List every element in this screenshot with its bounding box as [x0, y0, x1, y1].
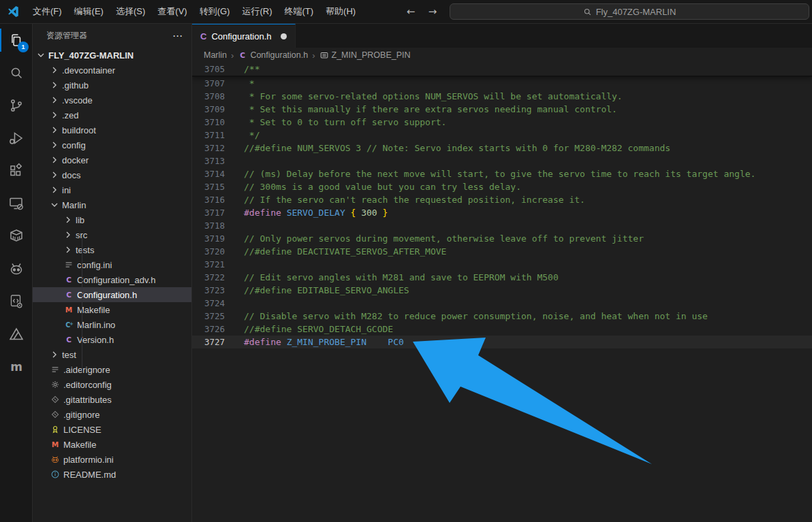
- tree-item-label: .github: [62, 80, 89, 91]
- code-line-3716[interactable]: 3716// If the servo can't reach the requ…: [192, 193, 812, 206]
- title-bar: 文件(F)编辑(E)选择(S)查看(V)转到(G)运行(R)终端(T)帮助(H)…: [0, 0, 812, 24]
- code-line-3727[interactable]: 3727#define Z_MIN_PROBE_PIN PC0: [192, 336, 812, 348]
- code-line-3724[interactable]: 3724: [192, 297, 812, 310]
- tree-item-makefile[interactable]: MMakefile: [33, 302, 191, 317]
- line-content: // Disable servo with M282 to reduce pow…: [225, 310, 708, 323]
- tree-item-.gitignore[interactable]: .gitignore: [33, 407, 191, 422]
- back-button[interactable]: ←: [403, 5, 418, 18]
- command-center-search[interactable]: Fly_407ZG-MARLIN: [450, 3, 809, 20]
- activity-item-platformio[interactable]: [0, 252, 32, 285]
- menu-item[interactable]: 编辑(E): [68, 3, 110, 20]
- code-editor[interactable]: 3705/** 3707 *3708 * For some servo-rela…: [192, 63, 812, 522]
- tree-item-makefile[interactable]: MMakefile: [33, 437, 191, 452]
- menu-item[interactable]: 文件(F): [27, 3, 68, 20]
- svg-text:+: +: [69, 321, 74, 327]
- activity-item-extensions[interactable]: [0, 154, 32, 187]
- activity-item-remote-explorer[interactable]: [0, 187, 32, 220]
- code-line-3710[interactable]: 3710 * Set to 0 to turn off servo suppor…: [192, 116, 812, 129]
- tree-item-tests[interactable]: tests: [33, 242, 191, 257]
- tree-item-label: Marlin.ino: [77, 320, 115, 330]
- tree-item-.devcontainer[interactable]: .devcontainer: [33, 63, 191, 78]
- tree-item-config[interactable]: config: [33, 137, 191, 152]
- activity-item-source-control[interactable]: [0, 89, 32, 122]
- tree-item-docker[interactable]: docker: [33, 152, 191, 167]
- tab-configuration-h[interactable]: C Configuration.h: [192, 24, 296, 48]
- code-line-3722[interactable]: 3722// Edit servo angles with M281 and s…: [192, 271, 812, 284]
- tree-item-readme.md[interactable]: README.md: [33, 467, 191, 482]
- menu-item[interactable]: 转到(G): [193, 3, 236, 20]
- code-line-3720[interactable]: 3720//#define DEACTIVATE_SERVOS_AFTER_MO…: [192, 245, 812, 258]
- tree-item-config.ini[interactable]: config.ini: [33, 257, 191, 272]
- vscode-window: 文件(F)编辑(E)选择(S)查看(V)转到(G)运行(R)终端(T)帮助(H)…: [0, 0, 812, 522]
- breadcrumb-item[interactable]: Z_MIN_PROBE_PIN: [319, 50, 411, 60]
- tree-item-test[interactable]: test: [33, 347, 191, 362]
- code-line-3726[interactable]: 3726//#define SERVO_DETACH_GCODE: [192, 323, 812, 336]
- code-line-3725[interactable]: 3725// Disable servo with M282 to reduce…: [192, 310, 812, 323]
- code-line-3705[interactable]: 3705/**: [192, 63, 812, 76]
- code-line-3709[interactable]: 3709 * Set this manually if there are ex…: [192, 103, 812, 116]
- code-line-3718[interactable]: 3718: [192, 219, 812, 232]
- tree-item-.github[interactable]: .github: [33, 78, 191, 93]
- code-line-3712[interactable]: 3712//#define NUM_SERVOS 3 // Note: Serv…: [192, 142, 812, 154]
- tree-item-.editorconfig[interactable]: .editorconfig: [33, 377, 191, 392]
- activity-item-aider[interactable]: [0, 318, 32, 350]
- line-number: 3720: [192, 245, 225, 258]
- code-line-3711[interactable]: 3711 */: [192, 129, 812, 142]
- code-line-3708[interactable]: 3708 * For some servo-related options NU…: [192, 90, 812, 103]
- makefile-icon: M: [49, 439, 61, 450]
- line-number: 3707: [192, 77, 225, 90]
- menu-item[interactable]: 查看(V): [151, 3, 193, 20]
- modified-indicator-icon[interactable]: [281, 33, 287, 39]
- code-line-3707[interactable]: 3707 *: [192, 77, 812, 90]
- tree-item-ini[interactable]: ini: [33, 182, 191, 197]
- line-content: // 300ms is a good value but you can try…: [225, 180, 521, 193]
- tree-item-version.h[interactable]: CVersion.h: [33, 332, 191, 347]
- code-line-3723[interactable]: 3723//#define EDITABLE_SERVO_ANGLES: [192, 284, 812, 297]
- breadcrumb-item[interactable]: Marlin: [204, 50, 227, 60]
- breadcrumb-item[interactable]: CConfiguration.h: [238, 50, 308, 60]
- code-line-3713[interactable]: 3713: [192, 154, 812, 167]
- menu-item[interactable]: 选择(S): [110, 3, 151, 20]
- menu-item[interactable]: 终端(T): [278, 3, 319, 20]
- code-line-3714[interactable]: 3714// (ms) Delay before the next move w…: [192, 167, 812, 180]
- code-line-3721[interactable]: 3721: [192, 258, 812, 271]
- tree-item-.vscode[interactable]: .vscode: [33, 93, 191, 108]
- license-icon: [49, 424, 61, 435]
- tree-item-license[interactable]: LICENSE: [33, 422, 191, 437]
- forward-button[interactable]: →: [425, 5, 440, 18]
- symbol-icon: [319, 50, 329, 60]
- tree-item-marlin.ino[interactable]: C+Marlin.ino: [33, 317, 191, 332]
- tree-item-.gitattributes[interactable]: .gitattributes: [33, 392, 191, 407]
- tree-item-docs[interactable]: docs: [33, 167, 191, 182]
- tree-item-.aiderignore[interactable]: .aiderignore: [33, 362, 191, 377]
- menu-item[interactable]: 运行(R): [236, 3, 278, 20]
- container-icon: [8, 228, 25, 244]
- tree-item-platformio.ini[interactable]: platformio.ini: [33, 452, 191, 467]
- tree-item-configuration_adv.h[interactable]: CConfiguration_adv.h: [33, 272, 191, 287]
- activity-item-explorer[interactable]: 1: [0, 24, 32, 56]
- activity-item-code-runner[interactable]: [0, 285, 32, 318]
- line-number: 3718: [192, 219, 225, 232]
- menu-item[interactable]: 帮助(H): [319, 3, 362, 20]
- activity-item-m-extension[interactable]: m: [0, 350, 32, 383]
- tree-item-buildroot[interactable]: buildroot: [33, 123, 191, 137]
- tree-item-.zed[interactable]: .zed: [33, 108, 191, 123]
- line-content: //#define EDITABLE_SERVO_ANGLES: [225, 284, 409, 297]
- sticky-scroll-line[interactable]: 3705/**: [192, 63, 812, 77]
- tree-item-src[interactable]: src: [33, 227, 191, 242]
- activity-item-search[interactable]: [0, 56, 32, 89]
- tree-item-label: .gitattributes: [63, 395, 112, 405]
- tree-root-fly_407zg-marlin[interactable]: FLY_407ZG-MARLIN: [33, 48, 191, 63]
- tree-item-configuration.h[interactable]: CConfiguration.h: [33, 287, 191, 302]
- code-line-3717[interactable]: 3717#define SERVO_DELAY { 300 }: [192, 206, 812, 219]
- code-line-3719[interactable]: 3719// Only power servos during movement…: [192, 232, 812, 245]
- more-actions-icon[interactable]: ···: [173, 31, 183, 41]
- activity-item-run-and-debug[interactable]: [0, 122, 32, 154]
- activity-item-containers[interactable]: [0, 220, 32, 252]
- tree-item-label: lib: [76, 215, 84, 225]
- line-number: 3714: [192, 167, 225, 180]
- code-line-3715[interactable]: 3715// 300ms is a good value but you can…: [192, 180, 812, 193]
- history-nav: ← →: [403, 5, 440, 18]
- tree-item-lib[interactable]: lib: [33, 212, 191, 227]
- tree-item-marlin[interactable]: Marlin: [33, 197, 191, 212]
